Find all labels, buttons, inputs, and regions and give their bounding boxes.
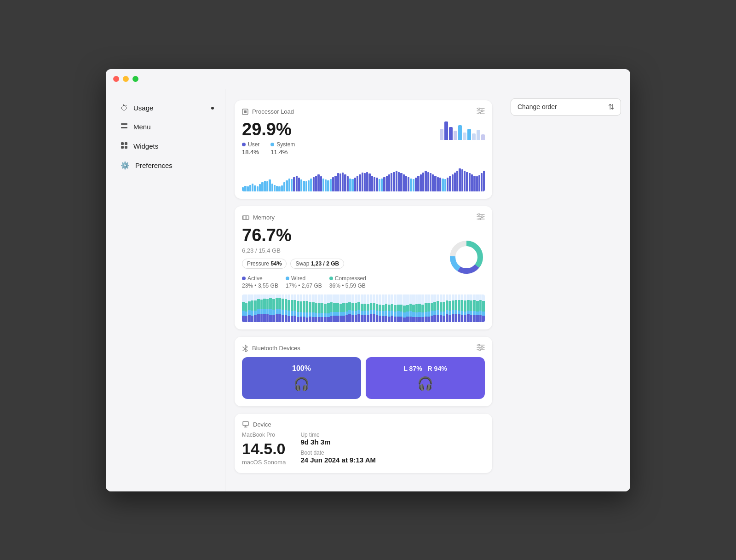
bootdate-label: Boot date <box>300 450 376 456</box>
mem-col <box>333 294 336 322</box>
mem-col <box>254 294 257 322</box>
mem-col <box>357 294 360 322</box>
mem-col <box>418 294 421 322</box>
proc-bar <box>351 179 353 191</box>
bootdate-value: 24 Jun 2024 at 9:13 AM <box>300 456 376 464</box>
usage-icon: ⏱ <box>121 104 128 112</box>
proc-bar <box>276 186 278 191</box>
proc-bar <box>261 182 263 191</box>
processor-title-row: Processor Load <box>242 108 294 115</box>
proc-bar <box>356 176 358 191</box>
mem-col <box>263 294 266 322</box>
bt-device2-right: R 94% <box>428 365 447 372</box>
proc-bar <box>442 179 443 191</box>
proc-bar <box>317 174 319 191</box>
user-legend: User 18.4% <box>242 141 259 156</box>
mem-col <box>373 294 375 322</box>
mem-col <box>452 294 454 322</box>
mem-col <box>297 294 299 322</box>
change-order-button[interactable]: Change order ⇅ <box>511 98 621 115</box>
mem-col <box>361 294 363 322</box>
mem-col <box>470 294 473 322</box>
svg-rect-2 <box>121 142 124 145</box>
mem-col <box>266 294 269 322</box>
svg-point-11 <box>478 108 480 110</box>
mem-col <box>285 294 288 322</box>
sidebar-item-usage[interactable]: ⏱ Usage <box>109 99 221 117</box>
mem-col <box>312 294 315 322</box>
bluetooth-devices: 100% 🎧 L 87% R 94% 🎧 <box>242 357 485 399</box>
bt-device1-pct: 100% <box>292 364 311 373</box>
minimize-button[interactable] <box>123 76 129 82</box>
proc-bar <box>459 168 460 191</box>
mem-col <box>446 294 448 322</box>
mem-col <box>257 294 260 322</box>
device-widget: Device MacBook Pro 14.5.0 macOS Sonoma U… <box>235 414 492 473</box>
mem-col <box>282 294 284 322</box>
sidebar-item-widgets[interactable]: Widgets <box>109 137 221 156</box>
mem-col <box>437 294 439 322</box>
memory-settings-icon[interactable] <box>477 214 485 222</box>
mem-col <box>293 294 296 322</box>
mem-col <box>345 294 348 322</box>
system-dot <box>270 143 274 146</box>
proc-bar <box>259 184 261 191</box>
app-window: ⏱ Usage Menu <box>106 69 630 491</box>
mem-col <box>330 294 333 322</box>
uptime-label: Up time <box>300 432 376 438</box>
proc-bar <box>444 179 446 191</box>
processor-settings-icon[interactable] <box>477 108 485 116</box>
mem-col <box>248 294 251 322</box>
svg-rect-4 <box>121 146 124 149</box>
device-os: macOS Sonoma <box>242 459 286 466</box>
bt-device2-icon: 🎧 <box>417 376 433 391</box>
mem-col <box>431 294 433 322</box>
device-body: MacBook Pro 14.5.0 macOS Sonoma Up time … <box>242 432 485 466</box>
bluetooth-widget: Bluetooth Devices 100% 🎧 L 87% R 94% <box>235 337 492 406</box>
proc-bar <box>305 181 307 191</box>
proc-bar <box>437 177 439 191</box>
proc-bar <box>473 176 475 191</box>
bluetooth-device-2: L 87% R 94% 🎧 <box>366 357 485 399</box>
active-dot <box>242 277 246 280</box>
bluetooth-settings-icon[interactable] <box>477 344 485 352</box>
app-body: ⏱ Usage Menu <box>106 89 630 491</box>
maximize-button[interactable] <box>132 76 138 82</box>
mem-col <box>306 294 309 322</box>
system-label: System <box>276 141 295 148</box>
mem-col <box>400 294 403 322</box>
proc-bar <box>349 179 351 191</box>
user-dot <box>242 143 246 146</box>
svg-point-32 <box>481 346 483 348</box>
proc-bar <box>300 179 302 191</box>
bt-device2-left: L 87% <box>403 365 422 372</box>
proc-bar <box>461 169 463 191</box>
close-button[interactable] <box>113 76 119 82</box>
bluetooth-title-row: Bluetooth Devices <box>242 345 300 352</box>
memory-legend: Active 23% • 3,55 GB Wired 17% • 2,67 GB <box>242 275 448 289</box>
proc-bar <box>366 172 368 191</box>
proc-bar <box>298 178 300 191</box>
proc-bar <box>405 176 407 191</box>
mem-col <box>269 294 272 322</box>
mem-col <box>473 294 476 322</box>
proc-bar <box>271 184 273 191</box>
svg-rect-7 <box>244 110 247 113</box>
proc-bar <box>252 184 253 191</box>
proc-bar <box>362 173 363 191</box>
processor-value: 29.9% <box>242 120 295 139</box>
sidebar-item-preferences[interactable]: ⚙️ Preferences <box>109 156 221 174</box>
proc-bar <box>257 186 259 191</box>
svg-point-23 <box>479 218 481 220</box>
usage-dot <box>211 107 214 110</box>
mem-col <box>272 294 275 322</box>
proc-bar <box>456 171 458 191</box>
device-header: Device <box>242 421 485 428</box>
processor-header: Processor Load <box>242 108 485 116</box>
traffic-lights <box>113 76 138 82</box>
bluetooth-header: Bluetooth Devices <box>242 344 485 352</box>
sidebar-item-menu[interactable]: Menu <box>109 118 221 136</box>
device-title-row: Device <box>242 421 271 428</box>
proc-bar <box>388 174 390 191</box>
processor-title: Processor Load <box>252 108 294 115</box>
